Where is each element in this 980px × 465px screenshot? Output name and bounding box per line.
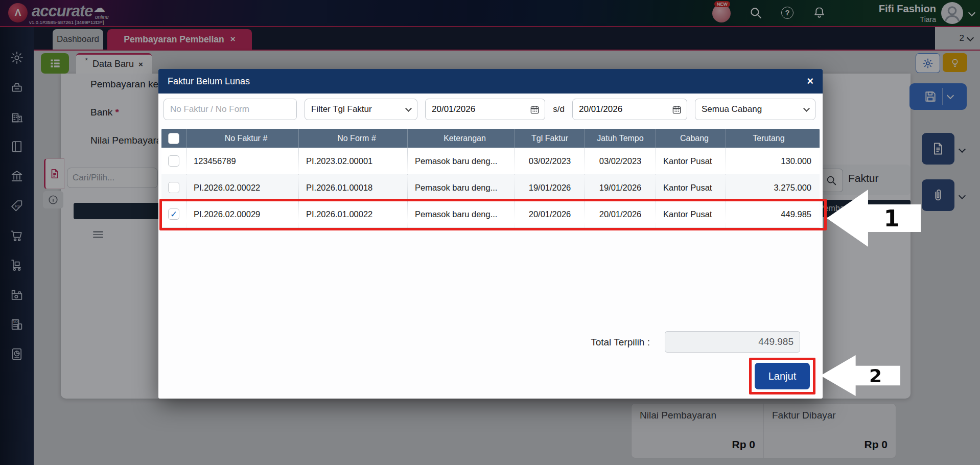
- select-all-checkbox[interactable]: [168, 133, 179, 144]
- cell-tgl-faktur: 19/01/2026: [515, 174, 585, 201]
- app-window: Λ accurate ☁ online v1.0.1#3585-587261 […: [0, 0, 980, 465]
- invoice-table-header: No Faktur # No Form # Keterangan Tgl Fak…: [161, 129, 820, 148]
- column-header: Terutang: [726, 129, 820, 148]
- cell-jatuh-tempo: 03/02/2023: [585, 148, 656, 174]
- table-row[interactable]: 123456789 PI.2023.02.00001 Pemasok baru …: [161, 148, 820, 175]
- row-checkbox[interactable]: [168, 155, 179, 167]
- dialog-header: Faktur Belum Lunas ×: [158, 69, 823, 94]
- step-number: 2: [869, 365, 882, 386]
- date-filter-select[interactable]: Filter Tgl Faktur: [305, 99, 417, 120]
- calendar-icon[interactable]: [672, 105, 682, 114]
- cell-keterangan: Pemasok baru deng...: [408, 174, 515, 201]
- highlight-box-selected-row: [159, 199, 827, 230]
- row-checkbox[interactable]: [168, 182, 179, 193]
- chevron-down-icon: [405, 105, 412, 112]
- chevron-down-icon: [803, 105, 810, 112]
- table-row[interactable]: PI.2026.02.00022 PI.2026.01.00018 Pemaso…: [161, 174, 820, 201]
- cell-keterangan: Pemasok baru deng...: [408, 148, 515, 174]
- column-header: Keterangan: [408, 129, 515, 148]
- cell-tgl-faktur: 03/02/2023: [515, 148, 585, 174]
- no-faktur-search-input[interactable]: [164, 99, 297, 120]
- calendar-icon[interactable]: [530, 105, 540, 114]
- total-terpilih-value: 449.985: [665, 331, 800, 353]
- column-header: Tgl Faktur: [515, 129, 585, 148]
- cell-no-faktur: PI.2026.02.00022: [186, 174, 299, 201]
- range-separator-label: s/d: [552, 99, 565, 120]
- highlight-box-lanjut-button: [749, 358, 815, 394]
- cell-no-faktur: 123456789: [186, 148, 299, 174]
- date-to-field[interactable]: [572, 99, 687, 120]
- select-all-cell: [161, 129, 186, 148]
- date-to-input[interactable]: [578, 104, 646, 115]
- faktur-belum-lunas-dialog: Faktur Belum Lunas × Filter Tgl Faktur s…: [158, 69, 823, 399]
- branch-filter-select[interactable]: Semua Cabang: [695, 99, 815, 120]
- column-header: Cabang: [656, 129, 726, 148]
- column-header: No Faktur #: [186, 129, 299, 148]
- step-number: 1: [884, 205, 900, 231]
- total-terpilih-label: Total Terpilih :: [497, 337, 650, 348]
- cell-terutang: 3.275.000: [726, 174, 820, 201]
- cell-cabang: Kantor Pusat: [656, 148, 726, 174]
- cell-no-form: PI.2026.01.00018: [299, 174, 408, 201]
- cell-cabang: Kantor Pusat: [656, 174, 726, 201]
- column-header: No Form #: [299, 129, 408, 148]
- cell-no-form: PI.2023.02.00001: [299, 148, 408, 174]
- column-header: Jatuh Tempo: [585, 129, 656, 148]
- cell-jatuh-tempo: 19/01/2026: [585, 174, 656, 201]
- date-from-input[interactable]: [431, 104, 499, 115]
- dialog-title: Faktur Belum Lunas: [168, 76, 250, 87]
- date-from-field[interactable]: [425, 99, 545, 120]
- close-dialog-icon[interactable]: ×: [807, 75, 813, 88]
- cell-terutang: 130.000: [726, 148, 820, 174]
